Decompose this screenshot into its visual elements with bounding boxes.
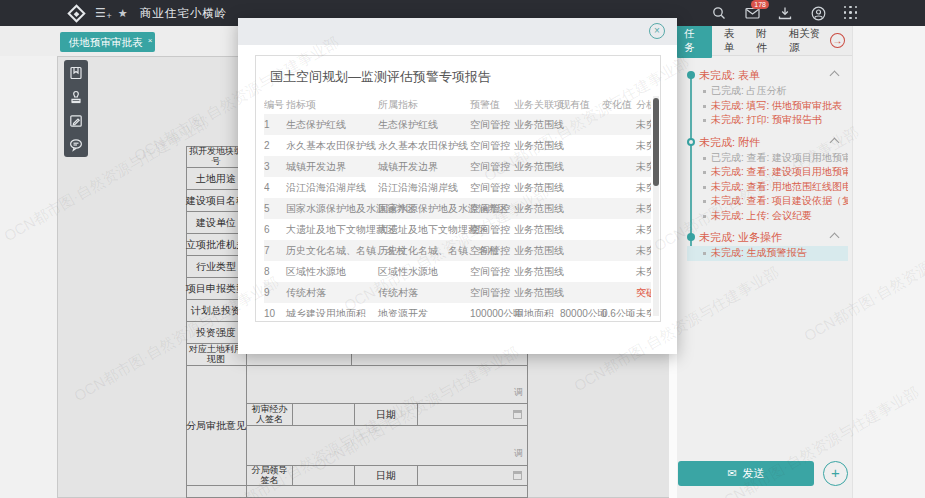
report-table-header-row: 编号指标项所属指标预警值业务关联项现有值变化值分析结果 bbox=[264, 96, 651, 114]
report-cell: 业务范围线 bbox=[514, 160, 560, 174]
stamp-icon[interactable] bbox=[68, 89, 84, 105]
panel-inner: 任务表单附件相关资源→ 未完成: 表单已完成: 占压分析未完成: 填写: 供地预… bbox=[677, 26, 853, 498]
comment-icon[interactable] bbox=[68, 137, 84, 153]
task-section: 未完成: 附件已完成: 查看: 建设项目用地预审申请表...未完成: 查看: 建… bbox=[687, 133, 848, 224]
report-cell: 区域性水源地 bbox=[378, 265, 470, 279]
report-cell: 空间管控 bbox=[470, 265, 514, 279]
mail-icon[interactable]: 178 bbox=[744, 5, 760, 21]
analysis-result-cell: 未突破 bbox=[636, 160, 651, 174]
report-cell: 城镇开发边界 bbox=[286, 160, 378, 174]
app-logo-icon[interactable] bbox=[67, 4, 85, 22]
apps-grid-icon[interactable] bbox=[843, 5, 859, 21]
report-cell: 9 bbox=[264, 287, 286, 298]
report-cell: 空间管控 bbox=[470, 118, 514, 132]
add-button[interactable]: + bbox=[823, 461, 848, 486]
user-icon[interactable] bbox=[810, 5, 826, 21]
favorite-star-icon[interactable]: ★ bbox=[118, 8, 128, 19]
report-cell: 空间管控 bbox=[470, 139, 514, 153]
analysis-result-cell: 未突破 bbox=[636, 223, 651, 237]
report-cell: 传统村落 bbox=[286, 286, 378, 300]
report-cell: 业务范围线 bbox=[514, 118, 560, 132]
panel-tab-附件[interactable]: 附件 bbox=[756, 24, 777, 58]
task-list: 未完成: 表单已完成: 占压分析未完成: 填写: 供地预审审批表未完成: 打印:… bbox=[677, 56, 852, 456]
panel-expand-arrow-icon[interactable]: → bbox=[830, 33, 845, 48]
task-section-dot bbox=[687, 138, 695, 146]
task-item[interactable]: 已完成: 占压分析 bbox=[687, 84, 848, 99]
comment-field-char: 调 bbox=[514, 386, 523, 399]
report-cell: 业务范围线 bbox=[514, 286, 560, 300]
tab-close-icon[interactable]: × bbox=[148, 31, 153, 51]
approval-comment-field-1[interactable]: 调 bbox=[247, 366, 528, 404]
report-cell: 业务范围线 bbox=[514, 223, 560, 237]
comment-field-char: 调 bbox=[514, 447, 523, 460]
modal-scrollbar-thumb[interactable] bbox=[653, 98, 659, 186]
report-cell: 历史文化名城、名镇、名村 bbox=[286, 244, 378, 258]
report-cell: 永久基本农田保护线 bbox=[378, 139, 470, 153]
task-section-header[interactable]: 未完成: 业务操作 bbox=[699, 228, 848, 246]
calendar-icon bbox=[513, 471, 522, 480]
task-item[interactable]: 未完成: 生成预警报告 bbox=[687, 246, 848, 261]
report-title: 国土空间规划—监测评估预警专项报告 bbox=[270, 68, 660, 86]
task-section-header[interactable]: 未完成: 附件 bbox=[699, 133, 848, 151]
report-cell: 沿江沿海沿湖岸线 bbox=[286, 181, 378, 195]
download-icon[interactable] bbox=[777, 5, 793, 21]
task-item[interactable]: 未完成: 查看: 项目建设依据（复印件） bbox=[687, 194, 848, 209]
report-cell: 业务范围线 bbox=[514, 181, 560, 195]
reviewer-sign-field[interactable] bbox=[293, 404, 355, 426]
modal-close-icon[interactable]: × bbox=[649, 23, 665, 39]
analysis-result-cell: 未突破 bbox=[636, 307, 651, 318]
task-item[interactable]: 未完成: 打印: 预审报告书 bbox=[687, 113, 848, 128]
date-field-1[interactable] bbox=[418, 404, 528, 426]
report-table-row: 3城镇开发边界城镇开发边界空间管控业务范围线未突破 bbox=[264, 156, 651, 177]
approval-section-label: 分局审批意见 bbox=[186, 366, 247, 486]
report-cell: 空间管控 bbox=[470, 244, 514, 258]
task-item[interactable]: 未完成: 查看: 建设项目用地预审申请报... bbox=[687, 165, 848, 180]
report-column-header: 业务关联项 bbox=[514, 98, 560, 112]
edit-icon[interactable] bbox=[68, 113, 84, 129]
send-button[interactable]: ✉ 发送 bbox=[678, 461, 814, 486]
leader-sign-field[interactable] bbox=[293, 466, 355, 486]
approval-comment-field-2[interactable]: 调 bbox=[247, 426, 528, 466]
report-cell: 空间管控 bbox=[470, 223, 514, 237]
modal-header: × bbox=[238, 18, 677, 45]
task-section-header[interactable]: 未完成: 表单 bbox=[699, 66, 848, 84]
panel-tab-任务[interactable]: 任务 bbox=[677, 24, 712, 58]
analysis-result-cell: 突破 bbox=[636, 286, 651, 300]
report-column-header: 所属指标 bbox=[378, 98, 470, 112]
mail-badge: 178 bbox=[751, 0, 769, 9]
report-cell: 2 bbox=[264, 140, 286, 151]
report-cell: 100000公顷 bbox=[470, 307, 514, 318]
task-section: 未完成: 表单已完成: 占压分析未完成: 填写: 供地预审审批表未完成: 打印:… bbox=[687, 66, 848, 128]
panel-tab-表单[interactable]: 表单 bbox=[724, 24, 745, 58]
report-table-row: 4沿江沿海沿湖岸线沿江沿海沿湖岸线空间管控业务范围线未突破 bbox=[264, 177, 651, 198]
report-cell: 5 bbox=[264, 203, 286, 214]
save-book-icon[interactable] bbox=[68, 65, 84, 81]
form-cell-clipped bbox=[247, 486, 528, 498]
date-label-1: 日期 bbox=[355, 404, 418, 426]
search-icon[interactable] bbox=[711, 5, 727, 21]
task-item[interactable]: 未完成: 填写: 供地预审审批表 bbox=[687, 99, 848, 114]
chevron-up-icon[interactable] bbox=[830, 71, 840, 81]
task-item[interactable]: 未完成: 上传: 会议纪要 bbox=[687, 209, 848, 224]
panel-tabs: 任务表单附件相关资源→ bbox=[677, 26, 852, 56]
date-label-2: 日期 bbox=[355, 466, 418, 486]
menu-add-icon[interactable]: ☰+ bbox=[95, 7, 106, 19]
report-table-row: 7历史文化名城、名镇、名村历史文化名城、名镇、名村空间管控业务范围线未突破 bbox=[264, 240, 651, 261]
report-cell: 沿江沿海沿湖岸线 bbox=[378, 181, 470, 195]
reviewer-sign-label: 初审经办人签名 bbox=[247, 404, 293, 426]
send-label: 发送 bbox=[743, 466, 765, 481]
chevron-up-icon[interactable] bbox=[830, 137, 840, 147]
project-title: 商业住宅小横岭 bbox=[140, 6, 228, 21]
report-table-row: 10城乡建设用地面积地资源开发100000公顷用地面积80000公顷0.6公顷未… bbox=[264, 303, 651, 317]
task-item[interactable]: 未完成: 查看: 用地范围红线图电子光盘 bbox=[687, 180, 848, 195]
panel-tab-相关资源[interactable]: 相关资源 bbox=[789, 24, 830, 58]
report-cell: 7 bbox=[264, 245, 286, 256]
analysis-result-cell: 未突破 bbox=[636, 139, 651, 153]
date-field-2[interactable] bbox=[418, 466, 528, 486]
tab-label: 供地预审审批表 bbox=[69, 36, 143, 48]
chevron-up-icon[interactable] bbox=[830, 233, 840, 243]
tab-supply-preapproval-form[interactable]: 供地预审审批表 × bbox=[60, 32, 155, 52]
task-item[interactable]: 已完成: 查看: 建设项目用地预审申请表... bbox=[687, 151, 848, 166]
report-table-row: 2永久基本农田保护线永久基本农田保护线空间管控业务范围线未突破 bbox=[264, 135, 651, 156]
report-cell: 大遗址及地下文物埋藏区 bbox=[378, 223, 470, 237]
